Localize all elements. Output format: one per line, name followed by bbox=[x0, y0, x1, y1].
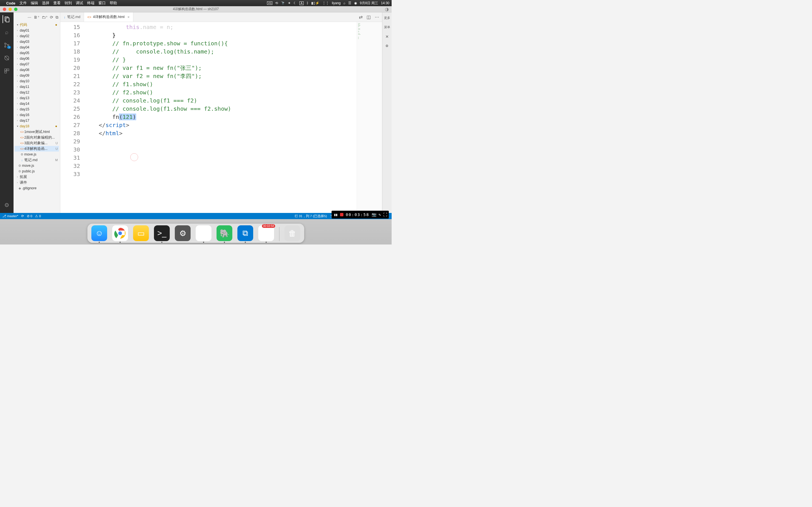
editor-more-icon[interactable]: ⋯ bbox=[375, 14, 379, 20]
menubar-time[interactable]: 14:30 bbox=[381, 1, 389, 5]
window-minimize-button[interactable] bbox=[8, 8, 12, 11]
sidebar-collapse-icon[interactable]: ⧉ bbox=[56, 15, 58, 20]
recorder-camera-icon[interactable]: 📷 bbox=[371, 212, 376, 217]
menu-go[interactable]: 转到 bbox=[64, 1, 72, 6]
tree-file[interactable]: <> 2面向对象编程的... bbox=[15, 135, 59, 140]
status-sync-icon[interactable]: ⟳ bbox=[21, 214, 24, 218]
dock-app-screenrec[interactable]: ◉ bbox=[258, 225, 274, 241]
window-close-button[interactable] bbox=[3, 8, 6, 11]
recorder-pen-icon[interactable]: ✎ bbox=[378, 212, 381, 217]
tree-folder-open[interactable]: ▾day18 ● bbox=[15, 123, 59, 129]
sidebar-newfile-icon[interactable]: 🗎⁺ bbox=[34, 15, 40, 19]
sidebar-ellipsis-icon[interactable]: ⋯ bbox=[28, 15, 31, 19]
menu-edit[interactable]: 编辑 bbox=[31, 1, 38, 6]
tree-file[interactable]: <> 1move测试.html bbox=[15, 129, 59, 135]
dock-app-evernote[interactable]: 🐘 bbox=[216, 225, 232, 241]
activity-explorer-icon[interactable] bbox=[3, 15, 10, 23]
activity-settings-icon[interactable]: ⚙ bbox=[3, 201, 11, 209]
tab-close-icon[interactable]: × bbox=[128, 15, 130, 19]
tree-folder[interactable]: ›课件 bbox=[15, 180, 59, 185]
dock-app-chrome[interactable] bbox=[112, 225, 128, 241]
tree-folder[interactable]: ›day05 bbox=[15, 50, 59, 56]
code-content[interactable]: this.name = n; } // fn.prototype.show = … bbox=[85, 22, 382, 213]
tree-file[interactable]: ◆ .gitignore bbox=[15, 185, 59, 191]
tree-folder[interactable]: ›day14 bbox=[15, 101, 59, 107]
menubar-spotlight-icon[interactable]: ⌕ bbox=[343, 1, 345, 5]
tree-folder[interactable]: ›day12 bbox=[15, 90, 59, 95]
dock-app-notes[interactable]: ▭ bbox=[133, 225, 149, 241]
activity-scm-icon[interactable]: 3 bbox=[3, 41, 11, 49]
menubar-evernote-icon[interactable]: ✶ bbox=[288, 1, 291, 5]
menubar-sync-icon[interactable]: ⟲ bbox=[275, 1, 278, 5]
menubar-siri-icon[interactable]: ◉ bbox=[354, 1, 357, 5]
activity-extensions-icon[interactable] bbox=[3, 67, 11, 75]
status-warnings[interactable]: ⚠ 0 bbox=[35, 214, 41, 218]
menu-file[interactable]: 文件 bbox=[19, 1, 27, 6]
menu-help[interactable]: 帮助 bbox=[110, 1, 117, 6]
code-editor[interactable]: 15161718192021222324252627282930313233 t… bbox=[60, 22, 382, 213]
editor-diff-icon[interactable]: ⇄ bbox=[359, 14, 363, 20]
status-branch[interactable]: ⎇ master* bbox=[2, 214, 18, 218]
panel-more-label[interactable]: 更多 bbox=[384, 15, 391, 21]
panel-gear-icon[interactable]: ⚙ bbox=[385, 43, 389, 49]
menubar-bluetooth-icon[interactable]: ᛒ bbox=[306, 1, 308, 5]
dock-app-baidu[interactable]: ∞ bbox=[196, 225, 211, 241]
menu-debug[interactable]: 调试 bbox=[76, 1, 83, 6]
tree-folder[interactable]: ›day13 bbox=[15, 95, 59, 101]
tree-folder[interactable]: ›day17 bbox=[15, 118, 59, 123]
tab-notes[interactable]: ↓ 笔记.md bbox=[60, 12, 84, 22]
menubar-binoculars-icon[interactable]: 🔭 bbox=[281, 1, 285, 5]
activity-search-icon[interactable]: ⌕ bbox=[3, 28, 11, 36]
menu-selection[interactable]: 选择 bbox=[42, 1, 49, 6]
dock-app-terminal[interactable]: >_ bbox=[154, 225, 170, 241]
tree-file[interactable]: <> 4详解构造函...U bbox=[15, 146, 59, 152]
activity-debug-icon[interactable] bbox=[3, 54, 11, 62]
sidebar-newfolder-icon[interactable]: 🗀⁺ bbox=[42, 15, 48, 19]
recorder-stop-icon[interactable] bbox=[340, 213, 343, 216]
window-panel-toggle-icon[interactable]: ◑ bbox=[385, 6, 389, 12]
editor-split-icon[interactable]: ◫ bbox=[366, 14, 371, 20]
tree-folder[interactable]: ›day16 bbox=[15, 112, 59, 118]
tree-folder[interactable]: ›day09 bbox=[15, 73, 59, 78]
status-errors[interactable]: ⊘ 0 bbox=[27, 214, 33, 218]
dock-app-vscode[interactable]: ⧉ bbox=[238, 225, 253, 241]
tab-current[interactable]: <> 4详解构造函数.html × bbox=[84, 12, 133, 22]
menubar-wifi-icon[interactable]: ⋮⋮ bbox=[322, 1, 329, 5]
recorder-expand-icon[interactable]: ⛶ bbox=[383, 212, 387, 217]
status-cursor[interactable]: 行 31，列 7 (已选择5) bbox=[295, 214, 327, 218]
menubar-a-icon[interactable]: A bbox=[299, 1, 304, 5]
menubar-date[interactable]: 9月8日 周三 bbox=[360, 1, 378, 6]
tree-file[interactable]: ⚙ move.js bbox=[15, 152, 59, 157]
tree-folder[interactable]: ›day10 bbox=[15, 78, 59, 84]
menu-terminal[interactable]: 终端 bbox=[87, 1, 94, 6]
window-zoom-button[interactable] bbox=[14, 8, 17, 11]
menubar-moon-icon[interactable]: ☾ bbox=[294, 1, 297, 5]
tree-file[interactable]: <> 3面向对象编...U bbox=[15, 140, 59, 146]
sidebar-refresh-icon[interactable]: ⟳ bbox=[50, 15, 53, 19]
menu-view[interactable]: 查看 bbox=[53, 1, 61, 6]
dock-trash-icon[interactable]: 🗑 bbox=[285, 225, 300, 241]
panel-close-icon[interactable]: ✕ bbox=[385, 33, 389, 40]
tree-folder[interactable]: ›day15 bbox=[15, 107, 59, 112]
tree-folder[interactable]: ›拓展 bbox=[15, 174, 59, 180]
dock-app-finder[interactable]: ☺ bbox=[91, 225, 107, 241]
tree-file[interactable]: ↓ 笔记.mdM bbox=[15, 157, 59, 163]
menubar-control-center-icon[interactable]: ☰ bbox=[348, 1, 351, 5]
menubar-battery-icon[interactable]: ▮▯⚡ bbox=[311, 1, 319, 5]
minimap[interactable]: ▬▬▬▬▬▬▬▬▬▬▬▬▬▬▬▬▬▬▬▬▬▬▬▬▬▬▬▬▬▬▬▬▬▬▬▬▬▬▬▬… bbox=[357, 22, 382, 213]
tree-folder[interactable]: ›day02 bbox=[15, 33, 59, 39]
tree-folder[interactable]: ›day01 bbox=[15, 27, 59, 33]
tree-file[interactable]: ⚙ move.js bbox=[15, 163, 59, 168]
tree-folder[interactable]: ›day03 bbox=[15, 39, 59, 45]
menu-window[interactable]: 窗口 bbox=[98, 1, 106, 6]
tree-folder[interactable]: ›day04 bbox=[15, 45, 59, 50]
tree-folder[interactable]: ›day07 bbox=[15, 61, 59, 67]
screen-recorder-overlay[interactable]: ▮▮ 00:03:58 📷 ✎ ⛶ bbox=[332, 211, 389, 219]
tree-file[interactable]: ⚙ public.js bbox=[15, 168, 59, 174]
menubar-vg-icon[interactable]: VG bbox=[267, 1, 272, 5]
recorder-pause-icon[interactable]: ▮▮ bbox=[333, 212, 338, 217]
app-name[interactable]: Code bbox=[6, 1, 15, 5]
dock-app-settings[interactable]: ⚙ bbox=[175, 225, 191, 241]
tree-folder[interactable]: ›day11 bbox=[15, 84, 59, 90]
tree-folder[interactable]: ›day06 bbox=[15, 56, 59, 61]
